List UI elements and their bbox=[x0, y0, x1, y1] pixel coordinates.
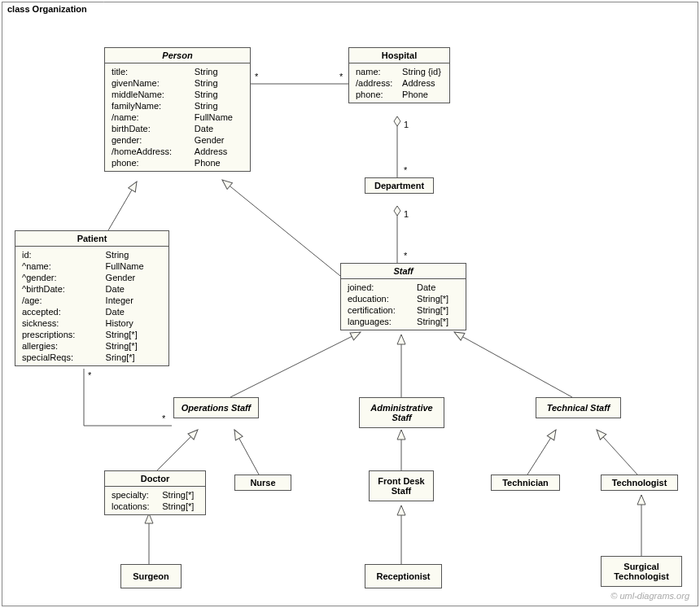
svg-line-8 bbox=[157, 430, 198, 470]
svg-line-11 bbox=[527, 430, 556, 475]
class-title: Administrative Staff bbox=[360, 398, 444, 427]
class-doctor: Doctor specialty:String[*]locations:Stri… bbox=[104, 470, 206, 515]
class-title: Technologist bbox=[602, 475, 677, 490]
class-title: Surgical Technologist bbox=[602, 557, 681, 586]
class-title: Operations Staff bbox=[174, 398, 258, 418]
mult: 1 bbox=[404, 120, 409, 129]
diagram-frame: class Organization bbox=[2, 2, 698, 606]
mult: * bbox=[255, 72, 258, 81]
class-attrs: title:StringgivenName:StringmiddleName:S… bbox=[105, 63, 250, 171]
class-staff: Staff joined:Dateeducation:String[*]cert… bbox=[340, 263, 466, 330]
class-technician: Technician bbox=[491, 475, 560, 491]
class-title: Surgeon bbox=[121, 565, 181, 588]
class-department: Department bbox=[365, 177, 434, 194]
mult: * bbox=[404, 251, 407, 260]
class-title: Department bbox=[365, 178, 433, 193]
watermark: © uml-diagrams.org bbox=[610, 591, 689, 601]
class-title: Front Desk Staff bbox=[370, 471, 433, 501]
svg-line-12 bbox=[597, 430, 637, 475]
frame-title: class Organization bbox=[2, 2, 104, 15]
class-opstaff: Operations Staff bbox=[173, 397, 259, 418]
class-surgtech: Surgical Technologist bbox=[601, 556, 682, 587]
svg-line-3 bbox=[108, 182, 137, 230]
class-receptionist: Receptionist bbox=[365, 564, 442, 588]
class-surgeon: Surgeon bbox=[120, 564, 182, 588]
svg-line-7 bbox=[454, 332, 572, 397]
mult: * bbox=[339, 72, 343, 81]
class-attrs: specialty:String[*]locations:String[*] bbox=[105, 487, 205, 514]
class-title: Technical Staff bbox=[536, 398, 620, 418]
svg-line-4 bbox=[222, 180, 344, 279]
class-attrs: id:String^name:FullName^gender:Gender^bi… bbox=[15, 247, 168, 365]
class-person: Person title:StringgivenName:Stringmiddl… bbox=[104, 47, 251, 172]
mult: * bbox=[88, 370, 91, 380]
svg-line-5 bbox=[230, 332, 361, 397]
class-title: Technician bbox=[492, 475, 559, 490]
class-technologist: Technologist bbox=[601, 475, 678, 491]
class-title: Nurse bbox=[235, 475, 291, 490]
class-title: Doctor bbox=[105, 471, 205, 487]
class-frontdesk: Front Desk Staff bbox=[369, 470, 434, 501]
class-attrs: name:String {id}/address:Addressphone:Ph… bbox=[349, 63, 449, 103]
class-hospital: Hospital name:String {id}/address:Addres… bbox=[348, 47, 450, 103]
class-title: Staff bbox=[341, 264, 466, 279]
class-adminstaff: Administrative Staff bbox=[359, 397, 444, 428]
class-attrs: joined:Dateeducation:String[*]certificat… bbox=[341, 279, 466, 330]
class-title: Hospital bbox=[349, 48, 449, 63]
class-patient: Patient id:String^name:FullName^gender:G… bbox=[15, 230, 169, 366]
svg-line-9 bbox=[234, 430, 259, 475]
mult: * bbox=[162, 413, 165, 423]
class-nurse: Nurse bbox=[234, 475, 291, 491]
class-title: Patient bbox=[15, 231, 168, 247]
class-techstaff: Technical Staff bbox=[536, 397, 621, 418]
mult: * bbox=[404, 165, 407, 175]
class-title: Receptionist bbox=[365, 565, 441, 588]
mult: 1 bbox=[404, 209, 409, 219]
class-title: Person bbox=[105, 48, 250, 63]
